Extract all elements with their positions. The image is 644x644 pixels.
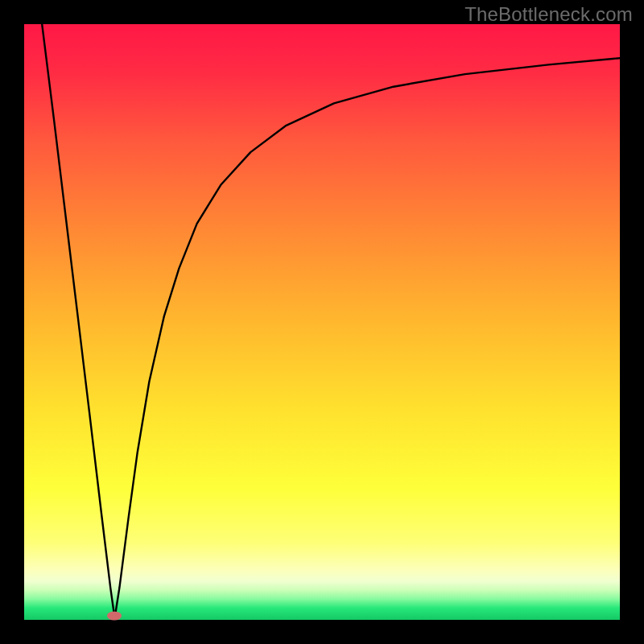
- curve-svg: [24, 24, 620, 620]
- bottleneck-curve: [42, 24, 620, 618]
- chart-frame: TheBottleneck.com: [0, 0, 644, 644]
- minimum-marker: [107, 611, 122, 620]
- watermark-text: TheBottleneck.com: [464, 3, 633, 26]
- plot-area: [24, 24, 620, 620]
